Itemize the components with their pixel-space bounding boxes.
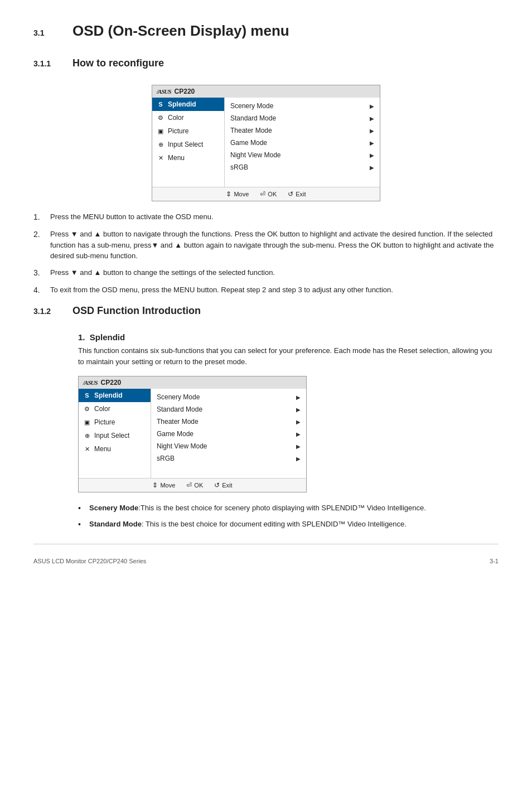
footer-bar: ASUS LCD Monitor CP220/CP240 Series 3-1 <box>33 555 499 564</box>
footer-move-label-2: Move <box>160 482 175 489</box>
footer-ok-label-2: OK <box>194 482 203 489</box>
footer-ok-1: ⏎ OK <box>260 190 277 198</box>
section-header: 3.1 OSD (On-Screen Display) menu <box>33 22 499 50</box>
sidebar-item-color-2[interactable]: ⚙ Color <box>79 402 151 416</box>
menu-item-game-2[interactable]: Game Mode ▶ <box>151 428 306 440</box>
menu-label-nightview-2: Night View Mode <box>157 442 207 450</box>
arrow-theater-1: ▶ <box>370 128 374 134</box>
asus-logo-1: /ASUS <box>157 88 171 95</box>
menu-item-game-1[interactable]: Game Mode ▶ <box>225 137 380 149</box>
subsection-2-number: 3.1.2 <box>33 307 72 316</box>
osd-menu-items-1: Scenery Mode ▶ Standard Mode ▶ Theater M… <box>225 98 380 187</box>
footer-ok-label-1: OK <box>268 191 277 197</box>
exit-icon-1: ↺ <box>288 190 293 198</box>
osd-footer-1: ⇕ Move ⏎ OK ↺ Exit <box>152 187 380 201</box>
bullet-text-scenery: Scenery Mode:This is the best choice for… <box>89 503 426 514</box>
color-icon-2: ⚙ <box>83 405 91 413</box>
sidebar-item-splendid-1[interactable]: S Splendid <box>152 98 224 111</box>
subsection-2-header: 3.1.2 OSD Function Introduction <box>33 305 499 325</box>
menu-item-theater-2[interactable]: Theater Mode ▶ <box>151 416 306 428</box>
sidebar-item-menu-1[interactable]: ✕ Menu <box>152 151 224 165</box>
section-number: 3.1 <box>33 28 72 37</box>
splendid-section: 1. Splendid This function contains six s… <box>33 332 499 531</box>
menu-label-game-2: Game Mode <box>157 430 194 438</box>
arrow-srgb-1: ▶ <box>370 165 374 171</box>
arrow-game-1: ▶ <box>370 140 374 146</box>
menu-item-srgb-1[interactable]: sRGB ▶ <box>225 161 380 173</box>
sidebar-label-menu-1: Menu <box>168 154 185 162</box>
splendid-number: 1. <box>78 332 85 342</box>
picture-icon-2: ▣ <box>83 419 91 426</box>
menu-label-srgb-2: sRGB <box>157 455 175 462</box>
menu-icon-1: ✕ <box>157 154 165 162</box>
osd-menu-2: /ASUS CP220 S Splendid ⚙ Color ▣ Picture… <box>78 376 307 492</box>
bullet-dot-2: • <box>78 519 89 530</box>
menu-label-nightview-1: Night View Mode <box>230 151 281 159</box>
sidebar-label-input-2: Input Select <box>94 432 129 439</box>
move-icon-1: ⇕ <box>226 190 231 198</box>
menu-item-standard-1[interactable]: Standard Mode ▶ <box>225 112 380 124</box>
ok-icon-2: ⏎ <box>186 481 192 489</box>
sidebar-item-input-1[interactable]: ⊕ Input Select <box>152 138 224 151</box>
steps-list: 1. Press the MENU button to activate the… <box>33 211 499 296</box>
bullet-dot-1: • <box>78 503 89 514</box>
exit-icon-2: ↺ <box>214 481 220 489</box>
sidebar-item-picture-2[interactable]: ▣ Picture <box>79 416 151 429</box>
bullet-desc-standard: This is the best choice for document edi… <box>144 520 407 528</box>
splendid-heading: Splendid <box>90 332 125 342</box>
splendid-title: 1. Splendid <box>78 332 499 342</box>
footer-exit-label-2: Exit <box>222 482 232 489</box>
footer-ok-2: ⏎ OK <box>186 481 203 489</box>
menu-item-standard-2[interactable]: Standard Mode ▶ <box>151 403 306 416</box>
picture-icon-1: ▣ <box>157 128 165 135</box>
menu-item-nightview-1[interactable]: Night View Mode ▶ <box>225 149 380 161</box>
asus-logo-2: /ASUS <box>83 379 98 386</box>
splendid-description: This function contains six sub-functions… <box>78 345 499 369</box>
arrow-standard-2: ▶ <box>296 407 301 413</box>
menu-label-scenery-1: Scenery Mode <box>230 102 273 110</box>
color-icon-1: ⚙ <box>157 114 165 122</box>
footer-note: ASUS LCD Monitor CP220/CP240 Series <box>33 555 146 564</box>
sidebar-item-color-1[interactable]: ⚙ Color <box>152 111 224 124</box>
step-1: 1. Press the MENU button to activate the… <box>33 211 499 223</box>
menu-label-standard-1: Standard Mode <box>230 114 276 122</box>
move-icon-2: ⇕ <box>152 481 158 489</box>
step-2: 2. Press ▼ and ▲ button to navigate thro… <box>33 229 499 262</box>
step-2-text: Press ▼ and ▲ button to navigate through… <box>50 229 499 262</box>
menu-label-theater-1: Theater Mode <box>230 127 272 134</box>
menu-item-theater-1[interactable]: Theater Mode ▶ <box>225 124 380 137</box>
bullet-scenery: • Scenery Mode:This is the best choice f… <box>78 503 499 514</box>
osd-sidebar-2: S Splendid ⚙ Color ▣ Picture ⊕ Input Sel… <box>79 389 151 478</box>
osd-menu-1: /ASUS CP220 S Splendid ⚙ Color ▣ Picture… <box>152 85 380 201</box>
menu-label-scenery-2: Scenery Mode <box>157 393 200 401</box>
sidebar-label-color-1: Color <box>168 114 184 122</box>
step-4: 4. To exit from the OSD menu, press the … <box>33 284 499 296</box>
splendid-icon-1: S <box>157 101 165 108</box>
osd-model-2: CP220 <box>101 379 122 386</box>
menu-icon-2: ✕ <box>83 446 91 453</box>
sidebar-label-picture-2: Picture <box>94 418 115 426</box>
sidebar-item-picture-1[interactable]: ▣ Picture <box>152 124 224 138</box>
step-4-text: To exit from the OSD menu, press the MEN… <box>50 284 499 296</box>
sidebar-item-input-2[interactable]: ⊕ Input Select <box>79 429 151 442</box>
menu-label-standard-2: Standard Mode <box>157 405 202 413</box>
subsection-1-header: 3.1.1 How to reconfigure <box>33 57 499 77</box>
sidebar-label-input-1: Input Select <box>168 141 203 148</box>
bullet-list: • Scenery Mode:This is the best choice f… <box>78 503 499 530</box>
sidebar-label-splendid-2: Splendid <box>94 392 123 399</box>
sidebar-item-menu-2[interactable]: ✕ Menu <box>79 442 151 456</box>
menu-label-theater-2: Theater Mode <box>157 418 199 426</box>
subsection-1-number: 3.1.1 <box>33 59 72 68</box>
osd-menu-items-2: Scenery Mode ▶ Standard Mode ▶ Theater M… <box>151 389 306 478</box>
input-icon-2: ⊕ <box>83 432 91 439</box>
menu-item-scenery-1[interactable]: Scenery Mode ▶ <box>225 100 380 112</box>
subsection-2-title: OSD Function Introduction <box>72 305 201 317</box>
menu-item-srgb-2[interactable]: sRGB ▶ <box>151 452 306 465</box>
menu-item-scenery-2[interactable]: Scenery Mode ▶ <box>151 391 306 403</box>
sidebar-label-menu-2: Menu <box>94 445 111 453</box>
sidebar-item-splendid-2[interactable]: S Splendid <box>79 389 151 402</box>
menu-item-nightview-2[interactable]: Night View Mode ▶ <box>151 440 306 452</box>
bullet-term-standard: Standard Mode <box>89 520 142 528</box>
step-3-text: Press ▼ and ▲ button to change the setti… <box>50 267 499 279</box>
step-4-num: 4. <box>33 284 50 296</box>
